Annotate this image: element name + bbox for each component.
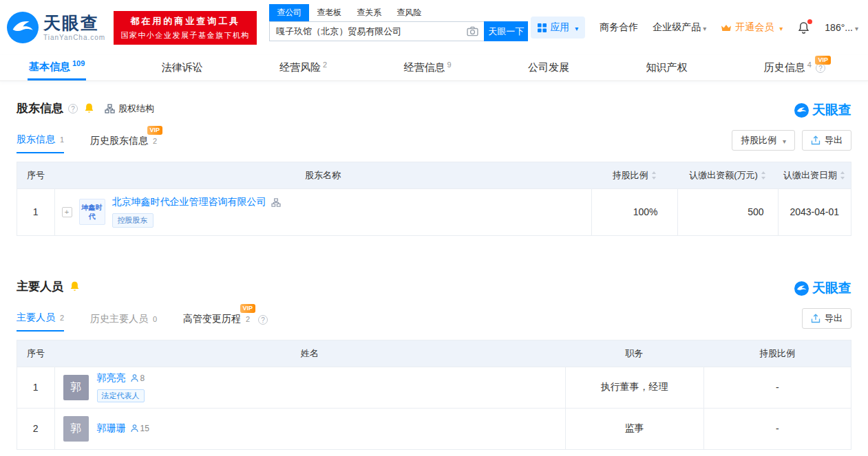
- help-icon[interactable]: [68, 104, 78, 113]
- subscribe-bell-icon[interactable]: [83, 102, 95, 114]
- subtab-personnel-history[interactable]: 历史主要人员 0: [90, 313, 157, 332]
- tianyancha-watermark: 天眼查: [794, 101, 851, 119]
- tab-operation-info[interactable]: 经营信息 9: [403, 55, 453, 80]
- nav-account-phone[interactable]: 186°...: [825, 22, 858, 33]
- position-value: 监事: [565, 408, 703, 449]
- related-companies-badge[interactable]: 8: [131, 373, 145, 383]
- camera-icon[interactable]: [467, 26, 478, 36]
- shareholders-table-header: 序号 股东名称 持股比例 认缴出资额(万元) 认缴出资日期: [17, 162, 851, 188]
- col-header-subscribed-capital[interactable]: 认缴出资额(万元): [677, 162, 778, 188]
- related-count: 15: [140, 424, 149, 433]
- search-tab-boss[interactable]: 查老板: [309, 4, 349, 21]
- holding-shareholder-tag: 控股股东: [112, 213, 154, 228]
- company-logo[interactable]: 坤鑫时代: [79, 199, 105, 225]
- shareholders-table: 序号 股东名称 持股比例 认缴出资额(万元) 认缴出资日期 1 坤鑫时代: [17, 162, 851, 236]
- apps-menu-button[interactable]: 应用: [531, 17, 585, 39]
- shareholders-subtabs: 股东信息 1 VIP 历史股东信息 2 持股比例 导出: [17, 130, 851, 153]
- personnel-table-header: 序号 姓名 职务 持股比例: [17, 340, 851, 367]
- apps-menu-label: 应用: [550, 21, 569, 34]
- expand-row-button[interactable]: [62, 207, 72, 217]
- account-phone-label: 186°...: [825, 22, 853, 33]
- search-tab-company[interactable]: 查公司: [269, 4, 309, 21]
- subtab-count: 2: [153, 137, 157, 145]
- personnel-section-head: 主要人员 天眼查: [17, 279, 851, 294]
- subtab-personnel-current[interactable]: 主要人员 2: [17, 312, 64, 332]
- shareholder-company-link[interactable]: 北京坤鑫时代企业管理咨询有限公司: [112, 196, 266, 208]
- help-icon[interactable]: [258, 315, 268, 325]
- tianyancha-logo[interactable]: 天眼查 TianYanCha.com: [7, 12, 105, 43]
- tab-label: 公司发展: [528, 61, 569, 74]
- vip-badge: VIP: [147, 126, 163, 135]
- subtab-shareholders-history[interactable]: VIP 历史股东信息 2: [90, 135, 157, 153]
- position-value: 执行董事，经理: [565, 367, 703, 408]
- nav-enterprise-products[interactable]: 企业级产品: [653, 21, 706, 34]
- col-header-ratio[interactable]: 持股比例: [591, 162, 677, 188]
- person-link[interactable]: 郭亮亮: [97, 372, 126, 384]
- tab-count: 4: [807, 61, 812, 69]
- shareholder-row: 1 坤鑫时代 北京坤鑫时代企业管理咨询有限公司: [17, 188, 851, 235]
- person-avatar[interactable]: 郭: [63, 375, 89, 400]
- person-link[interactable]: 郭珊珊: [97, 422, 126, 435]
- nav-open-vip[interactable]: 开通会员: [721, 21, 783, 34]
- subtab-executive-changes[interactable]: VIP 高管变更历程 2: [183, 313, 250, 332]
- tab-legal-litigation[interactable]: 法律诉讼: [160, 55, 204, 80]
- equity-structure-link[interactable]: 股权结构: [105, 102, 154, 115]
- tab-operation-risk[interactable]: 经营风险 2: [278, 55, 328, 80]
- shareholders-section-head: 股东信息 股权结构 天眼查: [17, 100, 851, 116]
- search-button[interactable]: 天眼一下: [484, 21, 528, 41]
- chevron-down-icon: [781, 135, 786, 146]
- org-chart-icon: [105, 104, 115, 113]
- watermark-label: 天眼查: [812, 101, 851, 119]
- tab-basic-info[interactable]: 基本信息 109: [28, 55, 86, 80]
- col-header-shareholder-name: 股东名称: [54, 162, 591, 188]
- equity-structure-mini-icon[interactable]: [271, 198, 281, 207]
- export-button[interactable]: 导出: [802, 130, 851, 151]
- notification-bell-icon[interactable]: [797, 21, 810, 34]
- nav-enterprise-label: 企业级产品: [653, 21, 701, 34]
- search-tab-relation[interactable]: 查关系: [349, 4, 389, 21]
- tab-history-info[interactable]: VIP 历史信息 4: [763, 55, 836, 80]
- chevron-down-icon: [573, 22, 578, 33]
- person-icon: [131, 374, 138, 382]
- brand-domain: TianYanCha.com: [43, 34, 105, 41]
- tab-intellectual-property[interactable]: 知识产权: [644, 55, 688, 80]
- col-header-subscribed-date[interactable]: 认缴出资日期: [778, 162, 851, 188]
- holding-ratio-filter-button[interactable]: 持股比例: [732, 130, 795, 151]
- export-button[interactable]: 导出: [802, 308, 851, 329]
- vip-badge: VIP: [815, 56, 831, 65]
- tab-count: 9: [447, 61, 452, 69]
- subtab-count: 1: [60, 135, 64, 144]
- tab-label: 经营信息: [404, 61, 445, 74]
- tab-label: 知识产权: [646, 61, 687, 74]
- subtab-count: 0: [153, 315, 157, 323]
- person-avatar[interactable]: 郭: [63, 416, 89, 442]
- crown-icon: [721, 23, 732, 32]
- search-type-tabs: 查公司 查老板 查关系 查风险: [269, 4, 528, 21]
- col-header-position: 职务: [565, 340, 703, 367]
- search-input[interactable]: [269, 21, 484, 41]
- tianyancha-watermark: 天眼查: [794, 279, 851, 297]
- notification-red-dot: [807, 19, 812, 24]
- export-label: 导出: [825, 312, 843, 325]
- search-tab-risk[interactable]: 查风险: [389, 4, 429, 21]
- sort-icon: [840, 171, 845, 180]
- nav-business-cooperation[interactable]: 商务合作: [600, 21, 638, 34]
- sort-icon: [761, 171, 766, 180]
- row-no: 1: [17, 367, 54, 408]
- tab-label: 历史信息: [764, 61, 805, 74]
- export-icon: [811, 314, 821, 323]
- related-companies-badge[interactable]: 15: [131, 424, 149, 433]
- export-label: 导出: [825, 134, 843, 146]
- top-header: 天眼查 TianYanCha.com 都在用的商业查询工具 国家中小企业发展子基…: [0, 0, 868, 55]
- subscribe-bell-icon[interactable]: [69, 281, 81, 292]
- brand-name: 天眼查: [43, 14, 105, 32]
- col-header-no: 序号: [17, 162, 54, 188]
- tianyancha-logo-icon: [7, 12, 39, 43]
- subtab-shareholders-current[interactable]: 股东信息 1: [17, 133, 64, 153]
- tab-company-development[interactable]: 公司发展: [527, 55, 571, 80]
- equity-structure-label: 股权结构: [118, 102, 154, 115]
- col-header-name: 姓名: [54, 340, 565, 367]
- col-header-ratio: 持股比例: [703, 340, 851, 367]
- filter-label: 持股比例: [741, 134, 776, 146]
- chevron-down-icon: [777, 22, 783, 33]
